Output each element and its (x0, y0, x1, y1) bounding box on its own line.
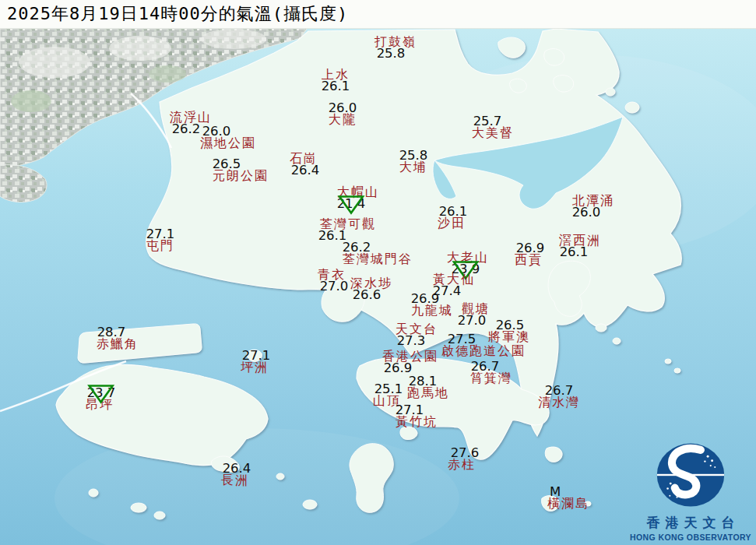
land-peng-chau (247, 350, 262, 361)
title-bar: 2025年8月19日14時00分的氣溫(攝氏度) (0, 0, 756, 29)
hko-logo: 香港天文台 HONG KONG OBSERVATORY (630, 441, 751, 542)
map-title: 2025年8月19日14時00分的氣溫(攝氏度) (7, 2, 348, 26)
land-ap-lei-chau (400, 427, 417, 440)
hko-logo-name-english: HONG KONG OBSERVATORY (630, 533, 751, 542)
hko-logo-name-chinese: 香港天文台 (630, 514, 751, 532)
hko-logo-icon (655, 441, 726, 510)
land-tung-lung (545, 447, 562, 462)
weather-map-page: 2025年8月19日14時00分的氣溫(攝氏度) 打鼓嶺 25.8 上水 26.… (0, 0, 756, 545)
